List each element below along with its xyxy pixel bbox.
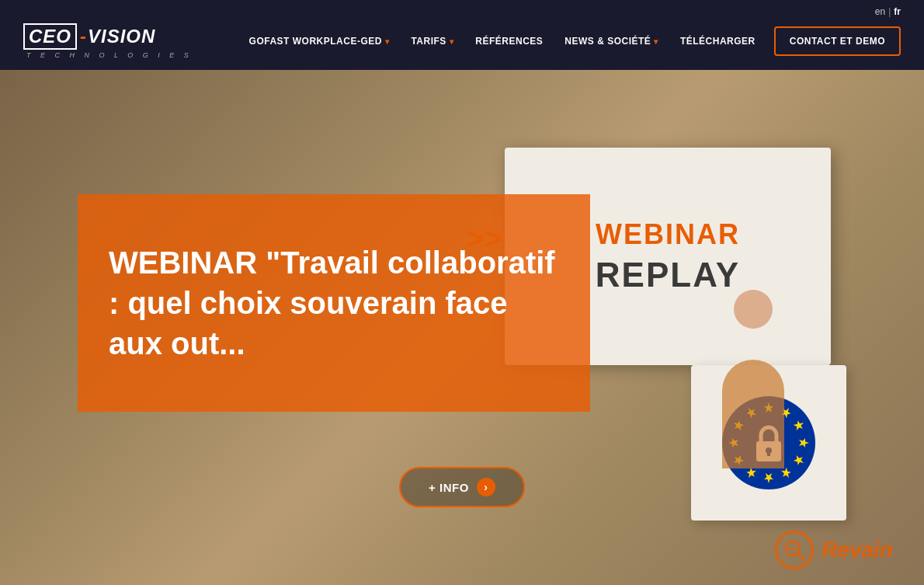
nav-references[interactable]: RÉFÉRENCES bbox=[464, 6, 554, 76]
hero-section: WEBINAR REPLAY >> bbox=[0, 70, 924, 585]
logo-dash: - bbox=[80, 26, 86, 47]
nav-tarifs-arrow: ▾ bbox=[450, 37, 454, 46]
lang-en[interactable]: en bbox=[875, 6, 885, 17]
lang-fr[interactable]: fr bbox=[894, 6, 901, 17]
revain-watermark: Revain bbox=[775, 531, 893, 569]
person-body bbox=[722, 360, 784, 468]
info-btn-label: + INFO bbox=[429, 481, 469, 494]
revain-icon bbox=[775, 531, 814, 569]
nav-news[interactable]: NEWS & SOCIÉTÉ ▾ bbox=[554, 6, 669, 76]
svg-line-17 bbox=[798, 554, 804, 560]
nav-news-arrow: ▾ bbox=[654, 37, 658, 46]
contact-demo-button[interactable]: CONTACT ET DEMO bbox=[774, 26, 901, 56]
nav-gofast-arrow: ▾ bbox=[385, 37, 390, 46]
info-btn-chevron-icon: › bbox=[477, 478, 495, 496]
logo-vision-text: VISION bbox=[88, 26, 155, 47]
hero-title-overlay: WEBINAR "Travail collaboratif : quel cho… bbox=[78, 194, 590, 412]
lang-sep: | bbox=[888, 6, 891, 17]
person-silhouette bbox=[691, 290, 815, 445]
logo-sub: T e c h n o l o g i e s bbox=[26, 51, 193, 59]
logo-ceo-text: CEO bbox=[29, 26, 71, 47]
lang-switcher: en | fr bbox=[875, 6, 901, 17]
nav-gofast[interactable]: GOFAST WORKPLACE-GED ▾ bbox=[238, 6, 401, 76]
replay-card-label: REPLAY bbox=[596, 256, 740, 294]
webinar-card-label: WEBINAR bbox=[596, 218, 740, 251]
logo[interactable]: CEO - VISION T e c h n o l o g i e s bbox=[23, 23, 193, 59]
info-button-wrapper: + INFO › bbox=[399, 467, 525, 507]
main-nav: GOFAST WORKPLACE-GED ▾ TARIFS ▾ RÉFÉRENC… bbox=[238, 6, 901, 76]
nav-telecharger[interactable]: TÉLÉCHARGER bbox=[669, 6, 766, 76]
nav-tarifs[interactable]: TARIFS ▾ bbox=[400, 6, 464, 76]
info-button[interactable]: + INFO › bbox=[399, 467, 525, 507]
hero-title: WEBINAR "Travail collaboratif : quel cho… bbox=[109, 242, 559, 364]
person-head bbox=[734, 290, 773, 329]
revain-label: Revain bbox=[822, 538, 893, 562]
header: en | fr CEO - VISION T e c h n o l o g i… bbox=[0, 0, 924, 70]
